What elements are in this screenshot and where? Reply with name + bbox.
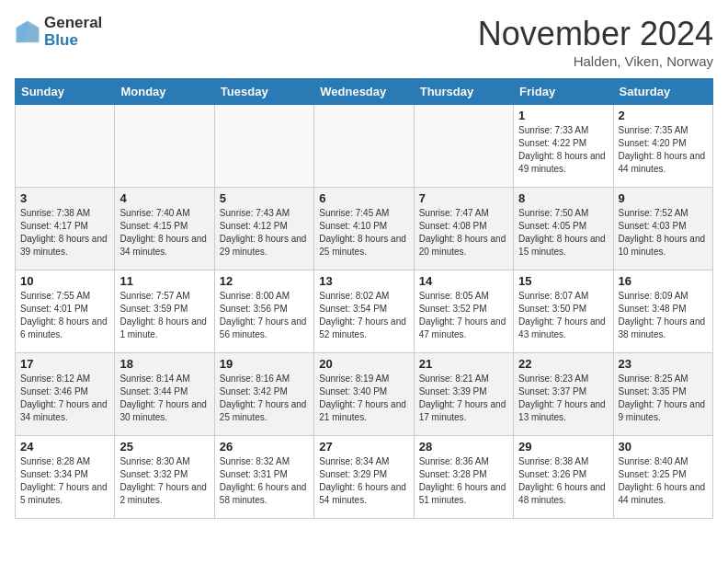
day-number: 20 [319,357,408,371]
cell-info: Sunrise: 8:14 AM Sunset: 3:44 PM Dayligh… [119,373,209,424]
col-header-saturday: Saturday [613,79,712,105]
day-number: 14 [419,274,508,288]
cell-info: Sunrise: 8:30 AM Sunset: 3:32 PM Dayligh… [119,455,209,507]
cell-info: Sunrise: 8:25 AM Sunset: 3:35 PM Dayligh… [619,373,708,424]
cell-info: Sunrise: 8:36 AM Sunset: 3:28 PM Dayligh… [419,455,508,507]
cell-info: Sunrise: 8:00 AM Sunset: 3:56 PM Dayligh… [220,290,309,341]
cell-info: Sunrise: 8:05 AM Sunset: 3:52 PM Dayligh… [419,290,508,341]
calendar-cell-w2-d0: 10Sunrise: 7:55 AM Sunset: 4:01 PM Dayli… [16,270,115,353]
day-number: 7 [419,191,508,205]
calendar-cell-w1-d6: 9Sunrise: 7:52 AM Sunset: 4:03 PM Daylig… [613,188,712,270]
calendar-cell-w0-d3 [314,105,414,188]
calendar-cell-w1-d4: 7Sunrise: 7:47 AM Sunset: 4:08 PM Daylig… [414,188,513,270]
cell-info: Sunrise: 8:21 AM Sunset: 3:39 PM Dayligh… [419,373,508,424]
day-number: 21 [419,357,508,371]
calendar-cell-w2-d2: 12Sunrise: 8:00 AM Sunset: 3:56 PM Dayli… [214,270,313,353]
cell-info: Sunrise: 7:52 AM Sunset: 4:03 PM Dayligh… [619,207,708,259]
col-header-wednesday: Wednesday [314,79,414,105]
calendar-cell-w1-d5: 8Sunrise: 7:50 AM Sunset: 4:05 PM Daylig… [514,188,613,270]
cell-info: Sunrise: 8:09 AM Sunset: 3:48 PM Dayligh… [619,290,708,341]
day-number: 10 [20,274,109,288]
calendar-cell-w1-d3: 6Sunrise: 7:45 AM Sunset: 4:10 PM Daylig… [314,188,414,270]
logo-general: General [44,15,102,32]
calendar-cell-w4-d3: 27Sunrise: 8:34 AM Sunset: 3:29 PM Dayli… [314,436,414,519]
month-title: November 2024 [478,15,713,53]
calendar-cell-w0-d6: 2Sunrise: 7:35 AM Sunset: 4:20 PM Daylig… [613,105,712,188]
calendar-cell-w0-d5: 1Sunrise: 7:33 AM Sunset: 4:22 PM Daylig… [514,105,613,188]
cell-info: Sunrise: 8:28 AM Sunset: 3:34 PM Dayligh… [20,455,109,507]
calendar-cell-w0-d4 [414,105,513,188]
cell-info: Sunrise: 7:47 AM Sunset: 4:08 PM Dayligh… [419,207,508,259]
day-number: 24 [20,440,109,454]
day-number: 23 [619,357,708,371]
calendar-cell-w4-d1: 25Sunrise: 8:30 AM Sunset: 3:32 PM Dayli… [115,436,214,519]
day-number: 30 [619,440,708,454]
day-number: 18 [119,357,209,371]
calendar-cell-w3-d5: 22Sunrise: 8:23 AM Sunset: 3:37 PM Dayli… [514,353,613,436]
calendar-cell-w2-d6: 16Sunrise: 8:09 AM Sunset: 3:48 PM Dayli… [613,270,712,353]
calendar-cell-w3-d4: 21Sunrise: 8:21 AM Sunset: 3:39 PM Dayli… [414,353,513,436]
calendar-cell-w4-d6: 30Sunrise: 8:40 AM Sunset: 3:25 PM Dayli… [613,436,712,519]
day-number: 1 [518,109,608,122]
calendar-cell-w3-d0: 17Sunrise: 8:12 AM Sunset: 3:46 PM Dayli… [16,353,115,436]
cell-info: Sunrise: 7:33 AM Sunset: 4:22 PM Dayligh… [518,124,608,176]
week-row-4: 24Sunrise: 8:28 AM Sunset: 3:34 PM Dayli… [16,436,713,519]
cell-info: Sunrise: 7:38 AM Sunset: 4:17 PM Dayligh… [20,207,109,259]
col-header-monday: Monday [115,79,214,105]
day-number: 28 [419,440,508,454]
cell-info: Sunrise: 8:12 AM Sunset: 3:46 PM Dayligh… [20,373,109,424]
week-row-3: 17Sunrise: 8:12 AM Sunset: 3:46 PM Dayli… [16,353,713,436]
cell-info: Sunrise: 8:34 AM Sunset: 3:29 PM Dayligh… [319,455,408,507]
day-number: 12 [220,274,309,288]
calendar-cell-w4-d2: 26Sunrise: 8:32 AM Sunset: 3:31 PM Dayli… [214,436,313,519]
calendar-cell-w3-d2: 19Sunrise: 8:16 AM Sunset: 3:42 PM Dayli… [214,353,313,436]
col-header-sunday: Sunday [16,79,115,105]
day-number: 2 [619,109,708,122]
logo: General Blue [15,15,102,49]
col-header-tuesday: Tuesday [214,79,313,105]
cell-info: Sunrise: 7:57 AM Sunset: 3:59 PM Dayligh… [119,290,209,341]
location-subtitle: Halden, Viken, Norway [478,53,713,69]
calendar-cell-w3-d6: 23Sunrise: 8:25 AM Sunset: 3:35 PM Dayli… [613,353,712,436]
cell-info: Sunrise: 8:40 AM Sunset: 3:25 PM Dayligh… [619,455,708,507]
calendar-cell-w0-d0 [16,105,115,188]
calendar-cell-w0-d2 [214,105,313,188]
calendar-cell-w2-d1: 11Sunrise: 7:57 AM Sunset: 3:59 PM Dayli… [115,270,214,353]
day-number: 4 [119,191,209,205]
calendar-cell-w4-d5: 29Sunrise: 8:38 AM Sunset: 3:26 PM Dayli… [514,436,613,519]
calendar-header-row: SundayMondayTuesdayWednesdayThursdayFrid… [16,79,713,105]
day-number: 6 [319,191,408,205]
page-header: General Blue November 2024 Halden, Viken… [15,15,713,69]
week-row-1: 3Sunrise: 7:38 AM Sunset: 4:17 PM Daylig… [16,188,713,270]
calendar-cell-w1-d0: 3Sunrise: 7:38 AM Sunset: 4:17 PM Daylig… [16,188,115,270]
day-number: 29 [518,440,608,454]
svg-marker-1 [28,20,40,42]
calendar-cell-w2-d4: 14Sunrise: 8:05 AM Sunset: 3:52 PM Dayli… [414,270,513,353]
title-block: November 2024 Halden, Viken, Norway [478,15,713,69]
calendar-cell-w2-d5: 15Sunrise: 8:07 AM Sunset: 3:50 PM Dayli… [514,270,613,353]
calendar-cell-w0-d1 [115,105,214,188]
logo-icon [15,19,40,45]
svg-marker-2 [16,20,28,42]
col-header-thursday: Thursday [414,79,513,105]
cell-info: Sunrise: 8:16 AM Sunset: 3:42 PM Dayligh… [220,373,309,424]
calendar-cell-w3-d3: 20Sunrise: 8:19 AM Sunset: 3:40 PM Dayli… [314,353,414,436]
calendar-cell-w3-d1: 18Sunrise: 8:14 AM Sunset: 3:44 PM Dayli… [115,353,214,436]
day-number: 27 [319,440,408,454]
cell-info: Sunrise: 8:19 AM Sunset: 3:40 PM Dayligh… [319,373,408,424]
week-row-2: 10Sunrise: 7:55 AM Sunset: 4:01 PM Dayli… [16,270,713,353]
cell-info: Sunrise: 7:40 AM Sunset: 4:15 PM Dayligh… [119,207,209,259]
day-number: 8 [518,191,608,205]
day-number: 9 [619,191,708,205]
day-number: 13 [319,274,408,288]
day-number: 16 [619,274,708,288]
logo-blue: Blue [44,32,102,50]
cell-info: Sunrise: 7:45 AM Sunset: 4:10 PM Dayligh… [319,207,408,259]
cell-info: Sunrise: 8:23 AM Sunset: 3:37 PM Dayligh… [518,373,608,424]
cell-info: Sunrise: 7:55 AM Sunset: 4:01 PM Dayligh… [20,290,109,341]
calendar-table: SundayMondayTuesdayWednesdayThursdayFrid… [15,78,713,519]
calendar-cell-w1-d2: 5Sunrise: 7:43 AM Sunset: 4:12 PM Daylig… [214,188,313,270]
day-number: 15 [518,274,608,288]
cell-info: Sunrise: 8:07 AM Sunset: 3:50 PM Dayligh… [518,290,608,341]
calendar-cell-w4-d0: 24Sunrise: 8:28 AM Sunset: 3:34 PM Dayli… [16,436,115,519]
